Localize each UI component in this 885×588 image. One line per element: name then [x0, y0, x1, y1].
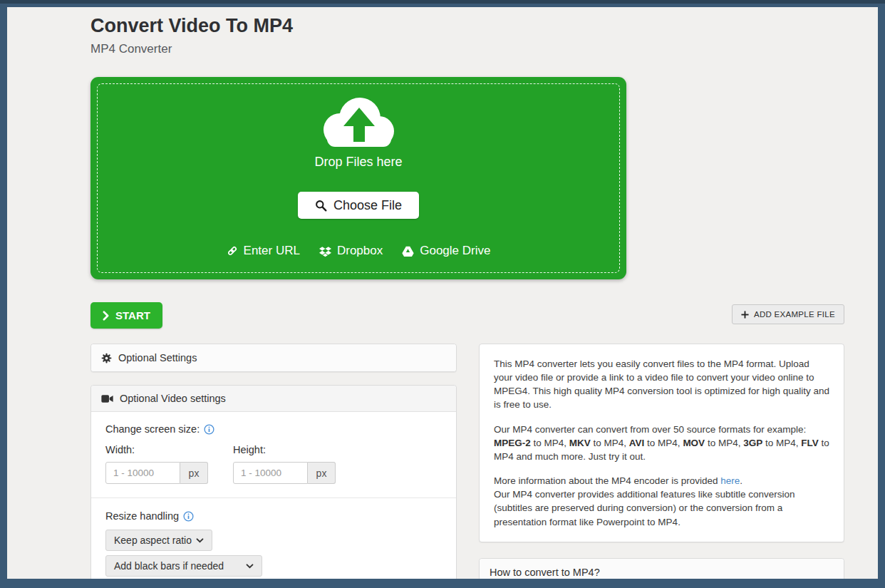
chevron-right-icon — [103, 311, 109, 321]
black-bars-value: Add black bars if needed — [114, 560, 224, 572]
google-drive-label: Google Drive — [420, 244, 490, 258]
optional-video-settings-header[interactable]: Optional Video settings — [91, 386, 456, 412]
file-dropzone[interactable]: Drop Files here Choose File — [90, 77, 626, 279]
how-to-convert-title: How to convert to MP4? — [490, 567, 600, 578]
change-screen-size-label: Change screen size: — [105, 423, 200, 435]
dropbox-button[interactable]: Dropbox — [319, 244, 383, 258]
video-camera-icon — [101, 394, 113, 403]
format-name: MOV — [683, 438, 705, 448]
height-input[interactable] — [233, 462, 308, 484]
window-frame-top-edge — [0, 0, 885, 4]
plus-icon — [741, 311, 749, 319]
height-label: Height: — [233, 444, 336, 455]
page-subtitle: MP4 Converter — [90, 42, 844, 56]
resize-handling-label: Resize handling — [105, 510, 179, 522]
add-example-file-button[interactable]: ADD EXAMPLE FILE — [732, 304, 844, 324]
cloud-upload-icon — [319, 94, 398, 150]
optional-settings-header[interactable]: Optional Settings — [91, 344, 456, 371]
optional-settings-panel: Optional Settings — [90, 344, 457, 372]
resize-handling-select[interactable]: Keep aspect ratio — [105, 530, 212, 551]
link-icon — [227, 245, 238, 257]
search-icon — [315, 200, 327, 212]
start-label: START — [115, 309, 150, 321]
enter-url-label: Enter URL — [244, 244, 300, 258]
how-to-convert-panel: How to convert to MP4? — [479, 558, 844, 579]
section-divider — [91, 497, 456, 498]
enter-url-button[interactable]: Enter URL — [227, 244, 300, 258]
black-bars-select[interactable]: Add black bars if needed — [105, 555, 262, 577]
resize-handling-value: Keep aspect ratio — [114, 535, 192, 546]
drop-files-label: Drop Files here — [314, 155, 402, 170]
optional-video-settings-title: Optional Video settings — [120, 393, 226, 404]
optional-settings-title: Optional Settings — [118, 352, 197, 363]
start-button[interactable]: START — [90, 302, 162, 329]
dropbox-icon — [319, 245, 331, 257]
google-drive-icon — [402, 245, 414, 257]
converter-info-panel: This MP4 converter lets you easily conve… — [479, 344, 844, 542]
choose-file-button[interactable]: Choose File — [298, 192, 419, 219]
page: Convert Video To MP4 MP4 Converter Drop … — [7, 7, 878, 579]
google-drive-button[interactable]: Google Drive — [402, 244, 490, 258]
width-px-addon: px — [180, 462, 208, 484]
gear-icon — [101, 353, 112, 363]
info-icon[interactable] — [183, 511, 194, 522]
choose-file-label: Choose File — [333, 198, 402, 213]
format-name: MKV — [569, 438, 591, 448]
info-paragraph-1: This MP4 converter lets you easily conve… — [494, 357, 829, 412]
info-paragraph-3: More information about the MP4 encoder i… — [494, 474, 829, 529]
format-name: AVI — [629, 438, 645, 448]
height-px-addon: px — [308, 462, 336, 484]
format-name: MPEG-2 — [494, 438, 531, 448]
optional-video-settings-panel: Optional Video settings Change screen si… — [90, 385, 457, 579]
here-link[interactable]: here — [720, 475, 740, 486]
width-input[interactable] — [105, 462, 180, 484]
info-paragraph-2: Our MP4 converter can convert from over … — [494, 423, 829, 463]
format-name: FLV — [801, 438, 819, 448]
chevron-down-icon — [196, 538, 204, 543]
add-example-file-label: ADD EXAMPLE FILE — [754, 310, 835, 319]
chevron-down-icon — [246, 564, 254, 569]
info-icon[interactable] — [204, 424, 214, 435]
how-to-convert-header[interactable]: How to convert to MP4? — [480, 559, 844, 579]
format-name: 3GP — [743, 438, 762, 448]
page-title: Convert Video To MP4 — [90, 7, 844, 37]
dropbox-label: Dropbox — [337, 244, 383, 258]
width-label: Width: — [105, 444, 208, 455]
